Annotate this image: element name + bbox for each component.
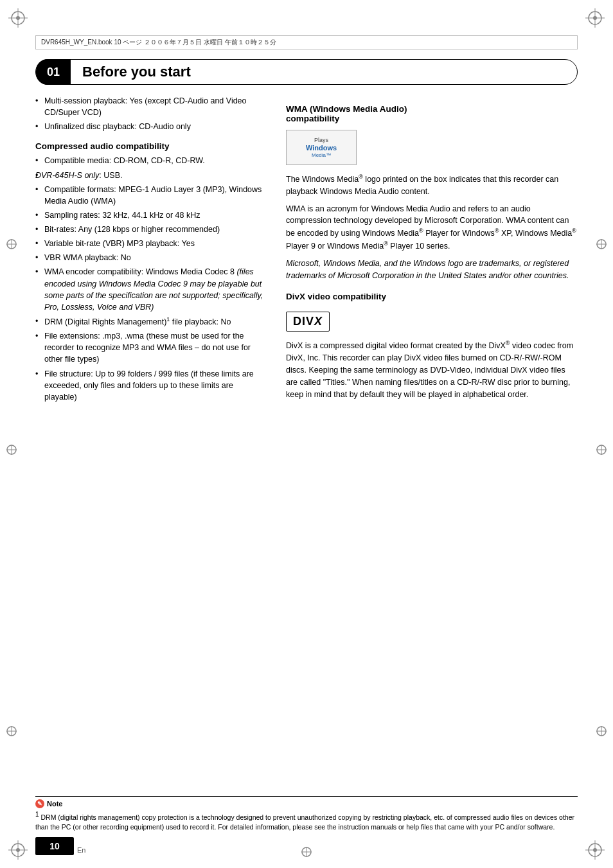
side-mark-left-top [5,238,18,252]
note-footnote: 1 DRM (digital rights management) copy p… [35,810,578,833]
side-mark-left-mid [5,443,18,458]
divx-logo: DIVX [286,312,330,332]
compressed-audio-heading: Compressed audio compatibility [35,141,267,151]
header-bar: DVR645H_WY_EN.book 10 ページ ２００６年７月５日 水曜日 … [35,35,578,49]
wma-plays-label: Plays [314,137,328,143]
list-item: Compatible formats: MPEG-1 Audio Layer 3… [35,184,267,207]
page-number-box: 10 [35,837,74,855]
divx-logo-text: DIVX [293,315,323,328]
list-item: Multi-session playback: Yes (except CD-A… [35,95,267,118]
bottom-center-mark [300,846,313,860]
right-column: WMA (Windows Media Audio)compatibility P… [286,95,578,810]
note-section: ✎ Note 1 DRM (digital rights management)… [35,796,578,833]
list-item: DVR-645H-S only: USB. [35,170,267,181]
list-item: Variable bit-rate (VBR) MP3 playback: Ye… [35,238,267,249]
list-item: Compatible media: CD-ROM, CD-R, CD-RW. [35,155,267,166]
list-item: WMA encoder compatibility: Windows Media… [35,266,267,313]
page-lang: En [77,846,85,854]
svg-point-3 [16,16,20,20]
note-footnote-text: DRM (digital rights management) copy pro… [35,813,574,831]
chapter-header: 01 Before you start [35,59,578,85]
svg-point-7 [593,16,597,20]
divx-para: DivX is a compressed digital video forma… [286,339,578,400]
wma-media-label: Media™ [312,152,331,158]
chapter-title: Before you start [71,64,191,80]
wma-logo: Plays Windows Media™ [286,130,357,165]
list-item: Unfinalized disc playback: CD-Audio only [35,121,267,132]
wma-para-2: WMA is an acronym for Windows Media Audi… [286,203,578,252]
list-item: File structure: Up to 99 folders / 999 f… [35,368,267,403]
list-item: DRM (Digital Rights Management)1 file pl… [35,315,267,328]
corner-mark-tr [582,5,608,31]
intro-bullets: Multi-session playback: Yes (except CD-A… [35,95,267,132]
svg-point-15 [593,848,597,852]
svg-point-11 [16,848,20,852]
page-number: 10 [49,841,60,851]
wma-para-3: Microsoft, Windows Media, and the Window… [286,258,578,282]
file-info-text: DVR645H_WY_EN.book 10 ページ ２００６年７月５日 水曜日 … [41,38,276,47]
list-item: Sampling rates: 32 kHz, 44.1 kHz or 48 k… [35,209,267,221]
corner-mark-br [582,837,608,863]
note-heading-text: Note [47,800,62,808]
side-mark-right-bot [595,725,608,740]
note-header: ✎ Note [35,799,578,808]
wma-para-1: The Windows Media® logo printed on the b… [286,173,578,198]
wma-heading: WMA (Windows Media Audio)compatibility [286,104,578,123]
list-item: File extensions: .mp3, .wma (these must … [35,330,267,365]
content-area: Multi-session playback: Yes (except CD-A… [35,95,578,810]
corner-mark-bl [5,837,31,863]
side-mark-left-bot [5,725,18,740]
chapter-number: 01 [36,59,71,85]
side-mark-right-top [595,238,608,252]
divx-heading: DivX video compatibility [286,292,578,301]
left-column: Multi-session playback: Yes (except CD-A… [35,95,267,810]
side-mark-right-mid [595,443,608,458]
corner-mark-tl [5,5,31,31]
note-icon: ✎ [35,799,44,808]
list-item: VBR WMA playback: No [35,252,267,263]
list-item: Bit-rates: Any (128 kbps or higher recom… [35,224,267,235]
compressed-audio-bullets: Compatible media: CD-ROM, CD-R, CD-RW. D… [35,155,267,403]
wma-windows-label: Windows [306,144,337,152]
